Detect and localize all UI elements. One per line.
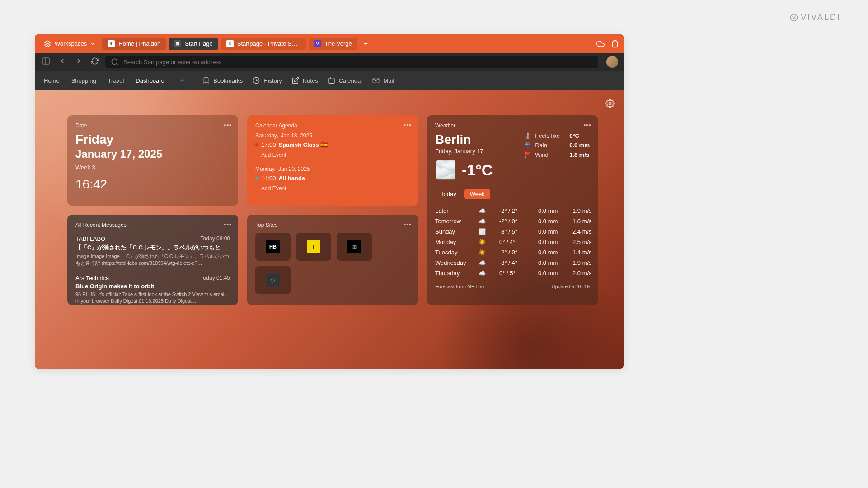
forecast-source: Forecast from MET.no	[435, 284, 484, 289]
forecast-row: Sunday🌫️-3° / 5°0.0 mm2.4 m/s	[435, 226, 590, 237]
calendar-widget: Calendar Agenda ••• Saturday,Jan 18, 202…	[247, 115, 418, 206]
forecast-row: Wednesday☁️-3° / 4°0.0 mm1.9 m/s	[435, 258, 590, 268]
new-tab-button[interactable]: +	[360, 38, 371, 50]
weather-today-button[interactable]: Today	[435, 189, 462, 199]
vivaldi-logo: VIVALDI	[790, 13, 841, 22]
forward-button[interactable]	[73, 55, 84, 69]
menu-mail[interactable]: Mail	[372, 77, 394, 84]
menu-divider	[195, 75, 195, 86]
bookmark-icon	[202, 77, 210, 84]
add-event-button[interactable]: +Add Event	[255, 185, 410, 192]
profile-avatar[interactable]	[606, 56, 618, 68]
trash-icon[interactable]	[611, 40, 619, 48]
topsites-widget: Top Sites ••• HBf⊞◌	[247, 215, 418, 305]
svg-point-3	[112, 59, 117, 64]
weather-icon: 🌫️	[435, 160, 456, 180]
forecast-updated: Updated at 16:19	[552, 284, 590, 289]
add-group-button[interactable]: +	[176, 76, 188, 84]
forecast-row: Tuesday☀️-2° / 0°0.0 mm1.4 m/s	[435, 247, 590, 258]
message-item[interactable]: Ars TechnicaToday 01:45Blue Origin makes…	[75, 271, 230, 309]
svg-rect-1	[43, 58, 49, 64]
forecast-row: Tomorrow☁️-2° / 0°0.0 mm1.0 m/s	[435, 216, 590, 226]
menu-shopping[interactable]: Shopping	[71, 72, 96, 89]
menu-bookmarks[interactable]: Bookmarks	[202, 77, 243, 84]
address-field[interactable]	[105, 56, 598, 68]
site-tile[interactable]: HB	[255, 233, 291, 261]
widget-title: Top Sites	[255, 222, 410, 228]
menu-travel[interactable]: Travel	[108, 72, 124, 89]
messages-widget: All Recent Messages ••• TABI LABOToday 0…	[67, 215, 238, 305]
weather-date: Friday, January 17	[435, 148, 493, 155]
site-tile[interactable]: ◌	[255, 266, 291, 294]
tab-bar: Workspaces ⦀ Home | Phaidon ⊞ Start Page…	[35, 34, 624, 53]
widget-title: Weather	[435, 122, 590, 129]
menu-home[interactable]: Home	[44, 72, 60, 89]
widget-menu-button[interactable]: •••	[583, 122, 591, 129]
widget-menu-button[interactable]: •••	[404, 122, 412, 129]
weather-temp: -1°C	[462, 161, 493, 179]
speed-dial-menu: Home Shopping Travel Dashboard + Bookmar…	[35, 71, 624, 90]
site-tile[interactable]: ⊞	[337, 233, 372, 261]
site-tile[interactable]: f	[296, 233, 331, 261]
settings-button[interactable]	[605, 99, 615, 110]
message-item[interactable]: TABI LABOToday 08:00【「C」が消された「C.C.レモン」。ラ…	[75, 232, 230, 271]
calendar-icon	[328, 77, 335, 84]
workspaces-button[interactable]: Workspaces	[39, 38, 99, 49]
calendar-event[interactable]: 17:00 Spanish Class 🇪🇸	[255, 141, 410, 148]
tab-startpage-search[interactable]: S Startpage - Private Search	[221, 38, 306, 50]
address-bar	[35, 53, 624, 71]
widget-title: Date	[75, 122, 230, 129]
browser-window: Workspaces ⦀ Home | Phaidon ⊞ Start Page…	[35, 34, 624, 369]
weather-week-button[interactable]: Week	[464, 189, 490, 199]
weather-stat: ☔Rain0.0 mm	[524, 142, 590, 149]
dashboard-content: Date ••• Friday January 17, 2025 Week 3 …	[35, 90, 624, 369]
widget-menu-button[interactable]: •••	[404, 221, 412, 228]
tab-startpage[interactable]: ⊞ Start Page	[169, 38, 218, 50]
date-day: Friday	[75, 132, 230, 147]
forecast-row: Monday☀️0° / 4°0.0 mm2.5 m/s	[435, 237, 590, 247]
weather-stat: 🚩Wind1.8 m/s	[524, 151, 590, 158]
tab-phaidon[interactable]: ⦀ Home | Phaidon	[102, 38, 166, 50]
svg-point-10	[609, 103, 611, 105]
date-week: Week 3	[75, 164, 230, 171]
weather-widget: Weather ••• Berlin Friday, January 17 🌫️…	[427, 115, 598, 305]
menu-dashboard[interactable]: Dashboard	[136, 72, 164, 89]
back-button[interactable]	[56, 55, 68, 69]
calendar-date: Saturday,Jan 18, 2025	[255, 132, 410, 139]
forecast-row: Later☁️-2° / 2°0.0 mm1.9 m/s	[435, 206, 590, 216]
add-event-button[interactable]: +Add Event	[255, 152, 410, 158]
svg-rect-6	[329, 78, 334, 84]
panel-toggle-button[interactable]	[40, 55, 52, 69]
mail-icon	[372, 77, 380, 84]
calendar-event[interactable]: 14:00 All hands	[255, 175, 410, 182]
menu-notes[interactable]: Notes	[292, 77, 318, 84]
weather-city: Berlin	[435, 132, 493, 147]
date-full: January 17, 2025	[75, 148, 230, 160]
menu-history[interactable]: History	[253, 77, 282, 84]
tab-verge[interactable]: V The Verge	[309, 38, 357, 50]
widget-menu-button[interactable]: •••	[224, 122, 232, 129]
date-time: 16:42	[75, 177, 230, 192]
forecast-row: Thursday☁️0° / 5°0.0 mm2.0 m/s	[435, 268, 590, 278]
reload-button[interactable]	[89, 55, 101, 69]
widget-title: Calendar Agenda	[255, 122, 410, 129]
date-widget: Date ••• Friday January 17, 2025 Week 3 …	[67, 115, 238, 206]
history-icon	[253, 77, 260, 84]
widget-menu-button[interactable]: •••	[224, 221, 232, 228]
menu-calendar[interactable]: Calendar	[328, 77, 363, 84]
sync-icon[interactable]	[596, 40, 605, 48]
widget-title: All Recent Messages	[75, 222, 230, 228]
calendar-date: Monday,Jan 20, 2025	[255, 166, 410, 172]
svg-line-4	[116, 63, 117, 65]
notes-icon	[292, 77, 299, 84]
search-icon	[111, 58, 119, 66]
address-input[interactable]	[123, 59, 593, 66]
weather-stat: 🌡️Feels like0°C	[524, 132, 590, 139]
svg-point-0	[791, 14, 798, 21]
